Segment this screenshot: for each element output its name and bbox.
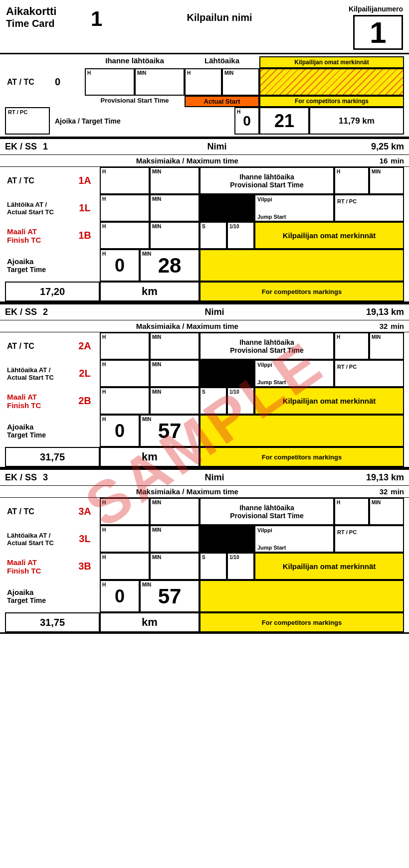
l-rtpc-0: RT / PC xyxy=(334,194,404,222)
km-unit-0: km xyxy=(100,282,200,301)
a-h-0: H xyxy=(100,167,150,194)
target-left-0: Ajoaika Target Time xyxy=(5,249,100,282)
l-vilppi-0: Vilppi Jump Start xyxy=(254,194,334,222)
code-a-2: 3A xyxy=(70,498,100,525)
ekss-num-1: 2 xyxy=(43,307,48,317)
page: SAMPLE Aikakortti Time Card 1 Kilpailun … xyxy=(0,0,409,634)
km-comp-0: For competitors markings xyxy=(200,282,404,301)
maks-label-0: Maksimiaika / Maximum time xyxy=(5,156,370,165)
maks-time-1: 32 xyxy=(380,322,388,330)
l-left-1: Lähtöaika AT / Actual Start TC xyxy=(5,360,70,387)
row-km-1: 31,75 km For competitors markings xyxy=(5,447,404,467)
l-black-1 xyxy=(200,360,254,387)
ekss-nimi-0: Nimi xyxy=(63,142,371,152)
code-a-0: 1A xyxy=(70,167,100,194)
tc0-section: Ihanne lähtöaika Lähtöaika Kilpailijan o… xyxy=(0,54,409,138)
code-l-2: 3L xyxy=(70,525,100,553)
tc0-target-label: Ajoika / Target Time xyxy=(50,107,234,135)
tc0-rt-row: RT / PC Ajoika / Target Time H 0 21 11,7… xyxy=(5,107,404,137)
row-km-2: 31,75 km For competitors markings xyxy=(5,612,404,632)
target-h-1: H 0 xyxy=(100,415,140,447)
target-yellow-0 xyxy=(200,249,404,282)
tc0-min-val: 21 xyxy=(259,107,309,135)
title-en: Time Card xyxy=(6,18,86,29)
km-comp-2: For competitors markings xyxy=(200,612,404,632)
header-right: Kilpailijanumero 1 xyxy=(323,5,403,50)
ekss-label-1: EK / SS xyxy=(5,307,37,317)
km-unit-2: km xyxy=(100,612,200,632)
ekss-header-1: EK / SS 2 Nimi 19,13 km xyxy=(0,303,409,320)
maks-unit-0: min xyxy=(391,156,404,165)
ekss-km-0: 9,25 km xyxy=(371,142,404,152)
ekss-km-1: 19,13 km xyxy=(366,307,404,317)
ekss-label-2: EK / SS xyxy=(5,472,37,483)
tc0-zero: 0 xyxy=(55,68,85,96)
target-min-0: MIN 28 xyxy=(140,249,200,282)
ekss-container: EK / SS 1 Nimi 9,25 km Maksimiaika / Max… xyxy=(0,138,409,634)
tc0-comp-box xyxy=(259,68,404,96)
row-a-1: AT / TC 2A H MIN Ihanne lähtöaika Provis… xyxy=(5,332,404,360)
km-comp-1: For competitors markings xyxy=(200,447,404,467)
tc0-h-val: H 0 xyxy=(234,107,259,135)
b-left-2: Maali AT Finish TC xyxy=(5,553,70,580)
l-h-0: H xyxy=(100,194,150,222)
at-tc-left-2: AT / TC xyxy=(5,498,70,525)
l-vilppi-1: Vilppi Jump Start xyxy=(254,360,334,387)
a-min-right-2: MIN xyxy=(369,498,404,525)
ekss-nimi-2: Nimi xyxy=(63,472,366,483)
row-target-2: Ajoaika Target Time H 0 MIN 57 xyxy=(5,580,404,612)
l-min-2: MIN xyxy=(150,525,200,553)
maks-row-1: Maksimiaika / Maximum time 32 min xyxy=(0,320,409,332)
tc0-actual-h: H xyxy=(185,68,222,96)
competitor-number-box: 1 xyxy=(353,15,403,50)
target-yellow-1 xyxy=(200,415,404,447)
tc0-km-val: 11,79 km xyxy=(309,107,404,135)
row-l-1: Lähtöaika AT / Actual Start TC 2L H MIN … xyxy=(5,360,404,387)
min-label: MIN xyxy=(137,70,146,76)
target-min-1: MIN 57 xyxy=(140,415,200,447)
tc0-comp-markings2: For competitors markings xyxy=(259,96,404,107)
l-h-1: H xyxy=(100,360,150,387)
km-val-2: 31,75 xyxy=(5,612,100,632)
l-black-2 xyxy=(200,525,254,553)
l-min-0: MIN xyxy=(150,194,200,222)
l-rtpc-2: RT / PC xyxy=(334,525,404,553)
maks-row-2: Maksimiaika / Maximum time 32 min xyxy=(0,486,409,498)
km-val-0: 17,20 xyxy=(5,282,100,301)
l-vilppi-2: Vilppi Jump Start xyxy=(254,525,334,553)
a-ihanne-1: Ihanne lähtöaika Provisional Start Time xyxy=(200,332,334,360)
header-left: Aikakortti Time Card xyxy=(6,5,86,29)
b-comp-1: Kilpailijan omat merkinnät xyxy=(254,387,404,415)
b-h-0: H xyxy=(100,222,150,249)
h-label: H xyxy=(87,70,91,76)
tc0-header-labels: Ihanne lähtöaika Lähtöaika Kilpailijan o… xyxy=(5,54,404,68)
tc0-ihanne-h: H xyxy=(85,68,135,96)
target-left-1: Ajoaika Target Time xyxy=(5,415,100,447)
row-target-0: Ajoaika Target Time H 0 MIN 28 xyxy=(5,249,404,282)
row-b-0: Maali AT Finish TC 1B H MIN S 1/10 xyxy=(5,222,404,249)
a-min-0: MIN xyxy=(150,167,200,194)
tc0-provisional-row: Provisional Start Time Actual Start For … xyxy=(5,96,404,107)
maks-label-2: Maksimiaika / Maximum time xyxy=(5,487,370,496)
target-h-2: H 0 xyxy=(100,580,140,612)
row-l-0: Lähtöika AT / Actual Start TC 1L H MIN V… xyxy=(5,194,404,222)
row-a-2: AT / TC 3A H MIN Ihanne lähtöaika Provis… xyxy=(5,498,404,525)
l-rtpc-1: RT / PC xyxy=(334,360,404,387)
ekss-km-2: 19,13 km xyxy=(366,472,404,483)
tc0-label: AT / TC xyxy=(5,68,55,96)
l-black-0 xyxy=(200,194,254,222)
row-a-0: AT / TC 1A H MIN Ihanne lähtöaika Provis… xyxy=(5,167,404,194)
ss-inner-0: AT / TC 1A H MIN Ihanne lähtöaika Provis… xyxy=(0,167,409,303)
ekss-header-0: EK / SS 1 Nimi 9,25 km xyxy=(0,138,409,155)
competitor-num-label: Kilpailijanumero xyxy=(323,5,403,13)
a-ihanne-2: Ihanne lähtöaika Provisional Start Time xyxy=(200,498,334,525)
b-min-2: MIN xyxy=(150,553,200,580)
row-target-1: Ajoaika Target Time H 0 MIN 57 xyxy=(5,415,404,447)
target-left-2: Ajoaika Target Time xyxy=(5,580,100,612)
code-b-0: 1B xyxy=(70,222,100,249)
lahtoaika-label: Lähtöaika xyxy=(185,56,259,68)
a-ihanne-0: Ihanne lähtöaika Provisional Start Time xyxy=(200,167,334,194)
ekss-section-0: EK / SS 1 Nimi 9,25 km Maksimiaika / Max… xyxy=(0,138,409,303)
header: Aikakortti Time Card 1 Kilpailun nimi Ki… xyxy=(0,0,409,54)
b-ratio-2: 1/10 xyxy=(227,553,254,580)
